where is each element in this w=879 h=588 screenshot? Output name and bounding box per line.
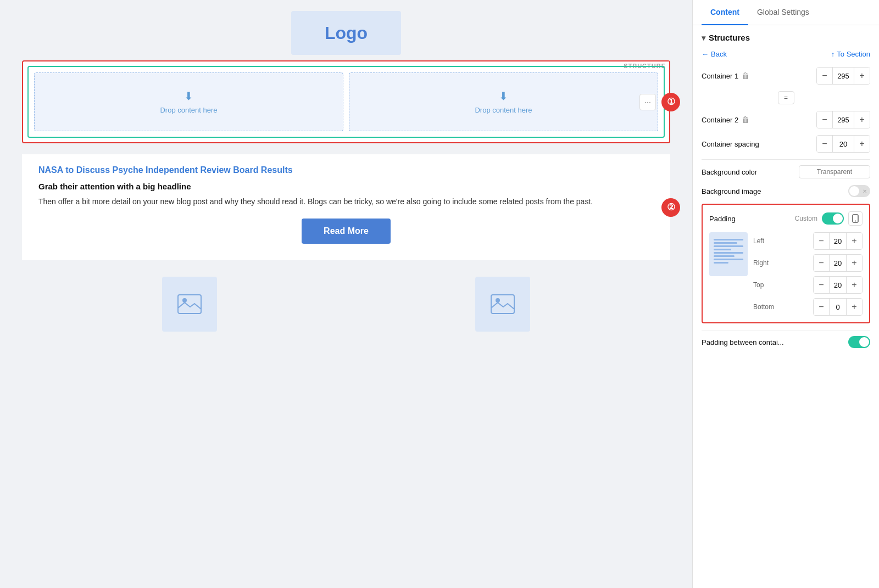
bottom-plus[interactable]: + <box>847 299 862 315</box>
article-headline: Grab their attention with a big headline <box>38 182 654 191</box>
top-control: − + <box>813 276 863 294</box>
panel-nav: ← Back ↑ To Section <box>702 50 870 58</box>
article-with-badge: NASA to Discuss Psyche Independent Revie… <box>22 154 670 260</box>
toggle-x-icon: ✕ <box>863 188 867 194</box>
padding-between-label: Padding between contai... <box>702 338 784 346</box>
drop-icon-2: ⬇ <box>499 89 508 103</box>
top-minus[interactable]: − <box>814 277 829 293</box>
tab-global-settings[interactable]: Global Settings <box>748 0 818 25</box>
container-1-delete-icon[interactable]: 🗑 <box>742 71 749 80</box>
drop-icon-1: ⬇ <box>184 89 193 103</box>
container-spacing-row: Container spacing − + <box>702 135 870 153</box>
container-2-control: − + <box>816 111 870 128</box>
article-section: NASA to Discuss Psyche Independent Revie… <box>22 154 670 260</box>
padding-between-toggle[interactable]: ✓ <box>848 336 870 348</box>
drop-container-1[interactable]: ⬇ Drop content here <box>34 72 343 131</box>
chevron-down-icon: ▾ <box>702 33 705 42</box>
right-label: Right <box>753 259 775 267</box>
article-body: Then offer a bit more detail on your new… <box>38 195 654 208</box>
toggle-knob <box>849 186 859 196</box>
badge-2: ② <box>661 198 680 217</box>
back-link[interactable]: ← Back <box>702 50 727 58</box>
padding-header-row: Padding Custom ✓ <box>709 211 863 226</box>
right-control: − + <box>813 254 863 272</box>
to-section-link[interactable]: ↑ To Section <box>831 50 870 58</box>
container-spacing-plus[interactable]: + <box>854 136 870 152</box>
top-label: Top <box>753 281 775 289</box>
structures-header: ▾ Structures <box>702 33 870 42</box>
panel-content: ▾ Structures ← Back ↑ To Section Contain… <box>693 25 879 588</box>
padding-content: Left − + Right − + <box>709 232 863 316</box>
custom-label: Custom <box>795 215 817 222</box>
top-plus[interactable]: + <box>847 277 862 293</box>
svg-rect-0 <box>178 295 201 313</box>
container-1-value[interactable] <box>832 68 854 84</box>
to-section-label: To Section <box>837 50 870 58</box>
container-spacing-control: − + <box>816 135 870 153</box>
three-dots-button[interactable]: ··· <box>639 94 656 110</box>
left-label: Left <box>753 237 775 245</box>
background-image-toggle[interactable]: ✕ <box>848 185 870 197</box>
background-color-row: Background color <box>702 165 870 178</box>
padding-bottom-row: Bottom − + <box>753 298 863 316</box>
badge-1: ① <box>661 93 680 111</box>
logo-section: Logo <box>22 11 670 55</box>
structures-label: Structures <box>709 33 750 42</box>
tab-content[interactable]: Content <box>702 0 748 25</box>
container-spacing-minus[interactable]: − <box>817 136 832 152</box>
right-value[interactable] <box>829 255 847 271</box>
left-minus[interactable]: − <box>814 233 829 249</box>
article-title: NASA to Discuss Psyche Independent Revie… <box>38 165 654 175</box>
container-2-label: Container 2 🗑 <box>702 115 749 124</box>
right-plus[interactable]: + <box>847 255 862 271</box>
read-more-button[interactable]: Read More <box>302 219 391 244</box>
thumbnail-1 <box>162 277 217 332</box>
padding-top-row: Top − + <box>753 276 863 294</box>
canvas-area: Logo STRUCTURE ⬇ Drop content here ⬇ Dro… <box>0 0 692 588</box>
padding-section: Padding Custom ✓ <box>702 204 870 323</box>
container-1-control: − + <box>816 67 870 85</box>
padding-controls-right: Custom ✓ <box>795 211 863 226</box>
padding-visual <box>709 232 748 276</box>
image-icon-2 <box>489 290 516 318</box>
bottom-label: Bottom <box>753 303 775 311</box>
padding-between-row: Padding between contai... ✓ <box>702 330 870 354</box>
container-2-value[interactable] <box>832 111 854 128</box>
image-icon-1 <box>176 290 203 318</box>
padding-custom-toggle[interactable]: ✓ <box>822 212 844 225</box>
container-2-delete-icon[interactable]: 🗑 <box>742 115 749 124</box>
svg-rect-2 <box>491 295 514 313</box>
container-2-minus[interactable]: − <box>817 111 832 128</box>
back-label: Back <box>711 50 727 58</box>
container-1-minus[interactable]: − <box>817 68 832 84</box>
bottom-control: − + <box>813 298 863 316</box>
right-panel: Content Global Settings ▾ Structures ← B… <box>692 0 879 588</box>
background-color-input[interactable] <box>799 165 870 178</box>
back-arrow-icon: ← <box>702 50 709 58</box>
container-spacing-value[interactable] <box>832 136 854 152</box>
svg-point-5 <box>855 221 856 222</box>
mobile-icon[interactable] <box>848 211 863 226</box>
drop-text-1: Drop content here <box>160 106 217 114</box>
top-value[interactable] <box>829 277 847 293</box>
left-control: − + <box>813 232 863 250</box>
structure-wrapper: STRUCTURE ⬇ Drop content here ⬇ Drop con… <box>22 60 670 143</box>
structure-with-badge: STRUCTURE ⬇ Drop content here ⬇ Drop con… <box>22 60 670 143</box>
container-2-plus[interactable]: + <box>854 111 870 128</box>
container-1-plus[interactable]: + <box>854 68 870 84</box>
divider-1 <box>702 159 870 160</box>
thumbnails-row <box>22 271 670 337</box>
structure-inner: ⬇ Drop content here ⬇ Drop content here … <box>27 66 665 138</box>
background-image-label: Background image <box>702 187 761 195</box>
equals-button[interactable]: = <box>778 91 794 104</box>
logo-text: Logo <box>325 23 368 43</box>
left-plus[interactable]: + <box>847 233 862 249</box>
equals-row: = <box>702 91 870 104</box>
bottom-minus[interactable]: − <box>814 299 829 315</box>
drop-container-2[interactable]: ⬇ Drop content here <box>349 72 658 131</box>
container-spacing-label: Container spacing <box>702 140 759 148</box>
left-value[interactable] <box>829 233 847 249</box>
to-section-arrow-icon: ↑ <box>831 50 835 58</box>
right-minus[interactable]: − <box>814 255 829 271</box>
bottom-value[interactable] <box>829 299 847 315</box>
